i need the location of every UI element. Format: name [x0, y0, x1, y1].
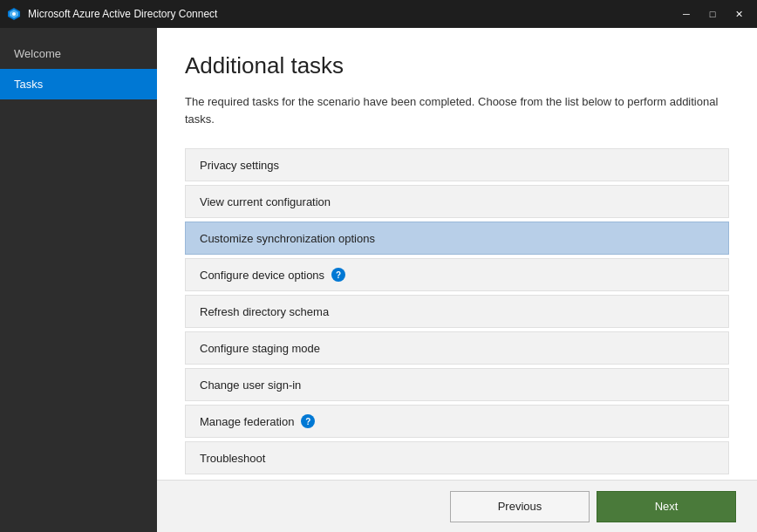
task-label-troubleshoot: Troubleshoot	[200, 452, 265, 465]
sidebar-item-welcome[interactable]: Welcome	[0, 38, 157, 69]
task-label-federation: Manage federation	[200, 415, 294, 428]
close-button[interactable]: ✕	[727, 5, 750, 23]
sidebar: Welcome Tasks	[0, 28, 157, 532]
task-list: Privacy settingsView current configurati…	[185, 148, 729, 474]
task-label-configure-device: Configure device options	[200, 269, 324, 282]
task-item-federation[interactable]: Manage federation?	[185, 405, 729, 438]
sidebar-item-tasks-label: Tasks	[14, 78, 43, 91]
minimize-button[interactable]: ─	[675, 5, 698, 23]
app-icon	[7, 7, 21, 21]
title-bar: Microsoft Azure Active Directory Connect…	[0, 0, 757, 28]
svg-point-2	[12, 12, 16, 16]
app-window: Welcome Tasks Additional tasks The requi…	[0, 28, 757, 532]
task-item-view-config[interactable]: View current configuration	[185, 185, 729, 218]
task-label-refresh-schema: Refresh directory schema	[200, 305, 329, 318]
task-label-user-signin: Change user sign-in	[200, 379, 301, 392]
next-button[interactable]: Next	[597, 491, 736, 522]
task-item-configure-device[interactable]: Configure device options?	[185, 258, 729, 291]
task-item-privacy-settings[interactable]: Privacy settings	[185, 148, 729, 181]
task-label-view-config: View current configuration	[200, 195, 331, 208]
page-title: Additional tasks	[185, 52, 729, 79]
task-item-staging-mode[interactable]: Configure staging mode	[185, 331, 729, 365]
description: The required tasks for the scenario have…	[185, 93, 729, 127]
help-icon-configure-device[interactable]: ?	[331, 268, 345, 282]
task-label-staging-mode: Configure staging mode	[200, 342, 320, 355]
maximize-button[interactable]: □	[701, 5, 724, 23]
content-body: Additional tasks The required tasks for …	[157, 28, 757, 480]
previous-button[interactable]: Previous	[450, 491, 590, 522]
task-item-refresh-schema[interactable]: Refresh directory schema	[185, 295, 729, 328]
window-title: Microsoft Azure Active Directory Connect	[28, 8, 675, 20]
footer: Previous Next	[157, 480, 757, 532]
sidebar-item-tasks[interactable]: Tasks	[0, 69, 157, 99]
window-controls: ─ □ ✕	[675, 5, 750, 23]
task-label-customize-sync: Customize synchronization options	[200, 232, 375, 245]
content-area: Additional tasks The required tasks for …	[157, 28, 757, 532]
task-item-troubleshoot[interactable]: Troubleshoot	[185, 441, 729, 474]
sidebar-item-welcome-label: Welcome	[14, 47, 61, 60]
task-item-user-signin[interactable]: Change user sign-in	[185, 368, 729, 401]
help-icon-federation[interactable]: ?	[301, 414, 315, 428]
task-item-customize-sync[interactable]: Customize synchronization options	[185, 222, 729, 255]
task-label-privacy-settings: Privacy settings	[200, 159, 279, 172]
